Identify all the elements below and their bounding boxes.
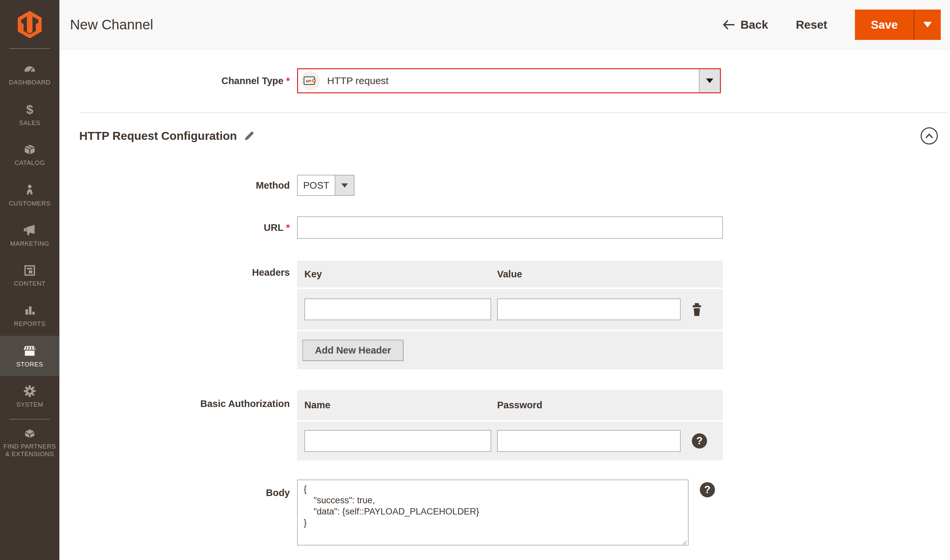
sidebar-item-label: FIND PARTNERS & EXTENSIONS [0, 443, 59, 458]
sidebar-item-reports[interactable]: REPORTS [0, 295, 59, 336]
reports-icon [23, 304, 37, 317]
chevron-up-icon [924, 132, 934, 140]
method-label: Method [256, 180, 290, 191]
basic-authorization-label: Basic Authorization [200, 398, 290, 409]
sidebar-item-catalog[interactable]: CATALOG [0, 135, 59, 175]
headers-value-column-label: Value [497, 269, 682, 280]
headers-panel-footer: Add New Header [297, 331, 723, 369]
sidebar-item-label: CONTENT [12, 280, 48, 287]
sidebar-item-content[interactable]: CONTENT [0, 255, 59, 295]
body-help-icon[interactable]: ? [700, 482, 715, 497]
svg-text:$: $ [26, 103, 33, 117]
marketing-icon [22, 223, 37, 237]
page-title: New Channel [70, 17, 153, 33]
back-button[interactable]: Back [722, 18, 768, 31]
sidebar-item-find-partners-extensions[interactable]: FIND PARTNERS & EXTENSIONS [0, 422, 59, 462]
basic-authorization-row: Basic Authorization Name Password ? [59, 390, 950, 460]
dashboard-icon [23, 63, 37, 76]
save-split-button: Save [855, 9, 941, 40]
delete-header-button[interactable] [690, 302, 704, 317]
save-label: Save [871, 18, 898, 31]
headers-label-wrap: Headers [59, 260, 297, 369]
sidebar-item-label: CATALOG [12, 159, 47, 166]
url-label-wrap: URL* [59, 216, 297, 239]
sidebar-item-label: STORES [14, 360, 45, 368]
channel-type-option-icon-circle: API [301, 71, 320, 90]
system-icon [23, 384, 37, 398]
sidebar-nav: DASHBOARD $ SALES CATALOG [0, 49, 59, 462]
sidebar-item-sales[interactable]: $ SALES [0, 94, 59, 135]
headers-column-header: Key Value [297, 260, 723, 288]
auth-password-input[interactable] [497, 430, 681, 452]
body-label: Body [266, 488, 290, 498]
sidebar-divider [9, 419, 50, 420]
url-label: URL [264, 222, 284, 233]
method-label-wrap: Method [59, 175, 297, 196]
required-asterisk: * [286, 222, 290, 233]
header-actions: Back Reset Save [722, 9, 941, 40]
sidebar-item-label: DASHBOARD [7, 78, 52, 86]
channel-type-select[interactable]: API HTTP request [297, 68, 721, 93]
url-input[interactable] [297, 216, 723, 239]
method-value: POST [298, 175, 335, 195]
sidebar-item-dashboard[interactable]: DASHBOARD [0, 54, 59, 94]
add-new-header-button[interactable]: Add New Header [302, 340, 403, 361]
section-title-wrap: HTTP Request Configuration [79, 129, 255, 143]
basic-authorization-panel: Name Password ? [297, 390, 723, 460]
back-label: Back [740, 18, 768, 31]
catalog-icon [23, 143, 37, 156]
required-asterisk: * [286, 75, 290, 86]
page-header: New Channel Back Reset Save [59, 0, 950, 49]
magento-logo-icon [18, 11, 42, 38]
extensions-icon [22, 427, 37, 440]
sidebar-item-label: CUSTOMERS [7, 200, 52, 207]
method-dropdown-button[interactable] [335, 175, 354, 195]
sidebar-item-stores[interactable]: STORES [0, 336, 59, 376]
body-textarea[interactable]: { "success": true, "data": {self::PAYLOA… [297, 480, 689, 546]
header-key-input[interactable] [304, 298, 491, 320]
sidebar-item-system[interactable]: SYSTEM [0, 376, 59, 416]
stores-icon [22, 344, 37, 358]
sidebar-item-label: SALES [17, 119, 42, 127]
save-dropdown-button[interactable] [914, 9, 941, 40]
save-button[interactable]: Save [855, 9, 914, 40]
content-icon [23, 264, 37, 277]
http-request-api-icon: API [303, 74, 318, 88]
basic-authorization-label-wrap: Basic Authorization [59, 390, 297, 460]
sidebar-item-label: SYSTEM [14, 401, 45, 408]
textarea-resize-handle[interactable] [681, 540, 686, 545]
body-row: Body { "success": true, "data": {self::P… [59, 480, 950, 548]
edit-pencil-icon[interactable] [244, 130, 255, 142]
headers-label: Headers [252, 267, 290, 278]
header-value-input[interactable] [497, 298, 681, 320]
admin-sidebar: DASHBOARD $ SALES CATALOG [0, 0, 59, 560]
method-dropdown-arrow-icon [341, 183, 348, 188]
header-key-value-row [297, 289, 723, 330]
sidebar-item-label: MARKETING [8, 240, 51, 247]
method-select[interactable]: POST [297, 175, 355, 196]
sidebar-item-label: REPORTS [12, 320, 48, 328]
section-heading-row: HTTP Request Configuration [79, 127, 938, 145]
auth-name-column-label: Name [304, 400, 497, 411]
save-dropdown-arrow-icon [923, 22, 932, 28]
channel-type-label: Channel Type [222, 75, 284, 86]
headers-key-column-label: Key [304, 269, 497, 280]
headers-row: Headers Key Value [59, 260, 950, 369]
sidebar-item-marketing[interactable]: MARKETING [0, 215, 59, 255]
url-row: URL* [59, 216, 950, 239]
collapse-section-button[interactable] [921, 127, 938, 145]
method-row: Method POST [59, 175, 950, 196]
main-content: Channel Type* API [59, 49, 950, 548]
channel-type-dropdown-arrow-icon [706, 78, 713, 83]
auth-name-input[interactable] [304, 430, 491, 452]
reset-button[interactable]: Reset [796, 18, 827, 31]
svg-text:API: API [306, 80, 311, 83]
channel-type-dropdown-button[interactable] [699, 69, 720, 92]
channel-type-label-wrap: Channel Type* [59, 68, 297, 93]
sidebar-item-customers[interactable]: CUSTOMERS [0, 175, 59, 215]
auth-help-icon[interactable]: ? [692, 433, 707, 449]
sales-icon: $ [23, 103, 37, 117]
magento-logo[interactable] [0, 0, 59, 49]
page: New Channel Back Reset Save [59, 0, 950, 548]
section-divider [79, 112, 947, 113]
